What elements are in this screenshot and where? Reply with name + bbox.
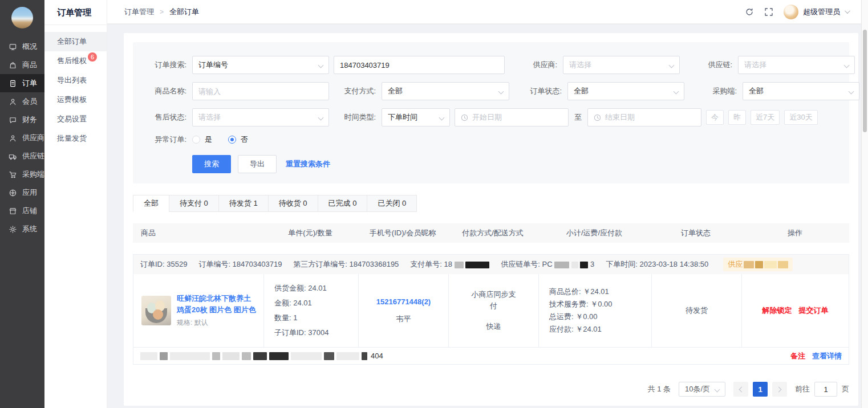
- sidebar-item-shop[interactable]: 店铺: [0, 202, 44, 220]
- product-image[interactable]: [141, 296, 171, 325]
- redacted-block: [160, 352, 168, 360]
- abnormal-yes-radio[interactable]: 是: [192, 134, 212, 145]
- order-status-text: 待发货: [686, 305, 708, 316]
- tab-pending-payment[interactable]: 待支付 0: [169, 195, 219, 212]
- third-party-order-no: 第三方订单编号: 184703368195: [293, 259, 399, 270]
- submenu-item-label: 导出列表: [57, 76, 87, 84]
- goods-total: 商品总价: ￥24.01: [549, 285, 609, 298]
- order-search-label: 订单搜索:: [142, 60, 186, 70]
- tab-closed[interactable]: 已关闭 0: [367, 195, 417, 212]
- sidebar-item-members[interactable]: 会员: [0, 92, 44, 111]
- sidebar-item-supply-chain[interactable]: 供应链: [0, 147, 44, 165]
- quick-range-30days-button[interactable]: 近30天: [784, 110, 817, 125]
- user-avatar: [784, 5, 798, 19]
- prev-page-button[interactable]: [733, 382, 748, 397]
- tab-pending-shipment[interactable]: 待发货 1: [218, 195, 269, 212]
- fullscreen-icon: [764, 7, 773, 17]
- quick-range-7days-button[interactable]: 近7天: [751, 110, 780, 125]
- abnormal-no-radio[interactable]: 否: [228, 134, 248, 145]
- search-button[interactable]: 搜索: [192, 155, 231, 173]
- fullscreen-button[interactable]: [764, 7, 773, 17]
- submenu-item-freight-template[interactable]: 运费模板: [44, 90, 107, 109]
- submenu-item-label: 交易设置: [57, 115, 87, 123]
- chevron-down-icon: [318, 115, 324, 120]
- submenu-item-batch-ship[interactable]: 批量发货: [44, 129, 107, 148]
- order-no: 订单编号: 184703403719: [198, 259, 282, 270]
- product-name-input[interactable]: [192, 82, 329, 100]
- main-area: 订单管理 > 全部订单 超级管理员: [107, 0, 861, 408]
- subtotal-cell: 商品总价: ￥24.01 技术服务费: ￥0.00 总运费: ￥0.00 应付款…: [538, 274, 651, 347]
- supplier-select[interactable]: 请选择: [563, 56, 680, 74]
- order-body: 旺鲜汪皖北林下散养土鸡蛋20枚 图片色 图片色 规格: 默认 供货金额: 24.…: [133, 274, 849, 347]
- product-title-link[interactable]: 旺鲜汪皖北林下散养土鸡蛋20枚 图片色 图片色: [177, 293, 258, 316]
- truck-icon: [9, 152, 17, 161]
- tab-completed[interactable]: 已完成 0: [318, 195, 368, 212]
- tab-pending-receipt[interactable]: 待收货 0: [268, 195, 318, 212]
- order-search-type-select[interactable]: 订单编号: [192, 56, 329, 74]
- chevron-down-icon: [439, 115, 445, 120]
- purchase-side-select[interactable]: 全部: [743, 82, 859, 100]
- sidebar-item-finance[interactable]: 财务: [0, 111, 44, 129]
- app-wheel-icon: [9, 189, 17, 197]
- sidebar-item-system[interactable]: 系统: [0, 220, 44, 238]
- order-meta-bar: 订单ID: 35529 订单编号: 184703403719 第三方订单编号: …: [133, 255, 849, 274]
- pay-no: 支付单号: 18: [410, 259, 489, 270]
- redacted-block: [170, 352, 210, 360]
- tab-all[interactable]: 全部: [133, 195, 169, 212]
- sidebar-item-label: 系统: [22, 224, 37, 234]
- next-page-button[interactable]: [772, 382, 787, 397]
- pay-method-select[interactable]: 全部: [382, 82, 509, 100]
- amount: 金额: 24.01: [274, 296, 312, 311]
- person-icon: [9, 134, 17, 142]
- submenu-item-after-sale[interactable]: 售后维权6: [44, 51, 107, 71]
- time-type-label: 时间类型:: [335, 112, 376, 123]
- clock-icon: [461, 114, 468, 121]
- sidebar-item-label: 财务: [22, 115, 37, 125]
- breadcrumb-orders[interactable]: 订单管理: [124, 7, 154, 17]
- order-status-tabs: 全部 待支付 0 待发货 1 待收货 0 已完成 0 已关闭 0: [133, 195, 849, 212]
- submenu-item-all-orders[interactable]: 全部订单: [44, 32, 107, 51]
- reset-search-link[interactable]: 重置搜索条件: [286, 159, 330, 169]
- order-id: 订单ID: 35529: [140, 259, 187, 270]
- scrollbar-thumb[interactable]: [863, 30, 867, 132]
- breadcrumb: 订单管理 > 全部订单: [124, 7, 199, 17]
- top-header: 订单管理 > 全部订单 超级管理员: [107, 0, 861, 24]
- order-status-select[interactable]: 全部: [567, 82, 684, 100]
- abnormal-order-label: 异常订单:: [142, 134, 186, 145]
- goto-page-input[interactable]: [814, 382, 837, 397]
- sidebar-item-goods[interactable]: 商品: [0, 56, 44, 74]
- supply-chain-select[interactable]: 请选择: [738, 56, 855, 74]
- unlock-order-link[interactable]: 解除锁定: [762, 305, 792, 316]
- page-scrollbar: [861, 0, 868, 408]
- page-1-button[interactable]: 1: [753, 382, 768, 397]
- after-sale-count-badge: 6: [88, 52, 97, 62]
- quick-range-today-button[interactable]: 今: [706, 110, 724, 125]
- sidebar-item-overview[interactable]: 概况: [0, 38, 44, 56]
- order-search-input[interactable]: [334, 56, 505, 74]
- sidebar-item-purchase[interactable]: 采购端: [0, 165, 44, 183]
- export-button[interactable]: 导出: [238, 155, 277, 173]
- submit-order-link[interactable]: 提交订单: [799, 305, 829, 316]
- payment-method: 小商店同步支付: [468, 289, 520, 312]
- supplier-label: 供应商:: [516, 60, 557, 70]
- sidebar-item-apps[interactable]: 应用: [0, 183, 44, 202]
- time-type-select[interactable]: 下单时间: [382, 108, 450, 127]
- sidebar-item-orders[interactable]: 订单: [0, 74, 44, 92]
- sidebar-item-supplier[interactable]: 供应商: [0, 129, 44, 147]
- chevron-down-icon: [844, 62, 850, 68]
- refresh-button[interactable]: [745, 7, 754, 17]
- user-menu[interactable]: 超级管理员: [784, 5, 849, 19]
- buyer-phone-link[interactable]: 15216771448(2): [376, 297, 431, 306]
- sidebar-item-label: 概况: [22, 42, 37, 52]
- chevron-down-icon: [849, 88, 854, 94]
- page-size-select[interactable]: 10条/页: [679, 382, 725, 397]
- remark-link[interactable]: 备注: [790, 351, 805, 361]
- view-detail-link[interactable]: 查看详情: [812, 351, 842, 361]
- submenu-item-export-list[interactable]: 导出列表: [44, 71, 107, 90]
- submenu-item-trade-settings[interactable]: 交易设置: [44, 109, 107, 129]
- end-date-input[interactable]: 结束日期: [587, 108, 701, 127]
- start-date-input[interactable]: 开始日期: [455, 108, 569, 127]
- unit-qty-cell: 供货金额: 24.01 金额: 24.01 数量: 1 子订单ID: 37004: [263, 274, 358, 347]
- quick-range-yesterday-button[interactable]: 昨: [728, 110, 746, 125]
- after-sale-status-select[interactable]: 请选择: [192, 108, 329, 127]
